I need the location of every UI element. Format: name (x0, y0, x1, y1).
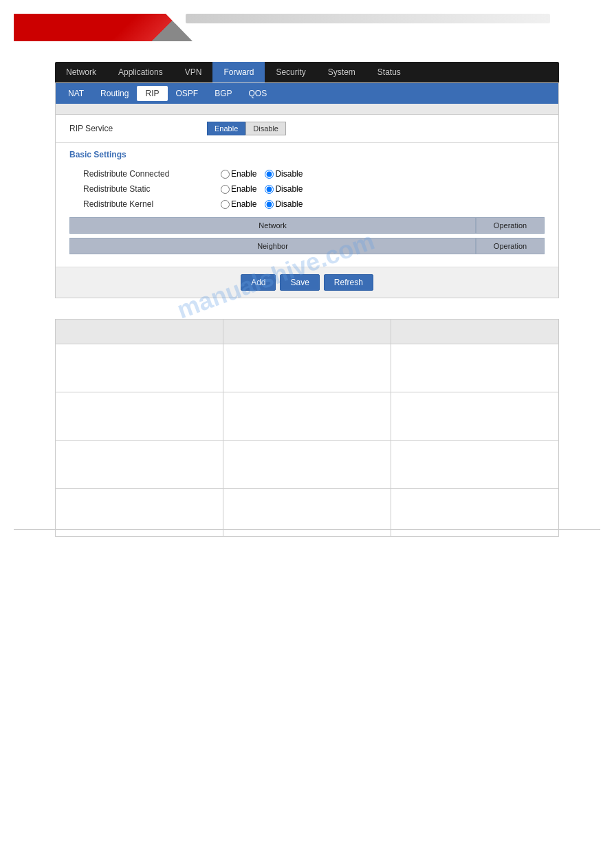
table-cell (223, 344, 391, 392)
network-operation-col-header: Operation (476, 217, 545, 234)
redistribute-kernel-disable-radio[interactable] (265, 200, 274, 209)
bottom-table-header-3 (391, 320, 559, 344)
tab-applications[interactable]: Applications (107, 62, 174, 82)
rip-disable-button[interactable]: Disable (245, 122, 286, 135)
table-cell (223, 392, 391, 441)
main-container: Network Applications VPN Forward Securit… (0, 55, 614, 544)
tab-rip[interactable]: RIP (137, 86, 167, 101)
bottom-table-header-1 (56, 320, 223, 344)
basic-settings-section: Basic Settings Redistribute Connected En… (56, 143, 558, 261)
redistribute-kernel-label: Redistribute Kernel (83, 199, 221, 209)
header-banner (0, 0, 614, 55)
redistribute-static-disable-label[interactable]: Disable (265, 184, 303, 194)
redistribute-kernel-enable-radio[interactable] (221, 200, 230, 209)
tab-nat[interactable]: NAT (60, 86, 92, 101)
primary-nav: Network Applications VPN Forward Securit… (55, 62, 559, 82)
table-cell (56, 344, 223, 392)
redistribute-kernel-enable-label[interactable]: Enable (221, 199, 256, 209)
secondary-nav: NAT Routing RIP OSPF BGP QOS (56, 83, 558, 104)
neighbor-table-header: Neighbor Operation (69, 238, 545, 254)
basic-settings-title: Basic Settings (69, 150, 545, 159)
refresh-button[interactable]: Refresh (324, 274, 373, 291)
redistribute-connected-label: Redistribute Connected (83, 169, 221, 179)
table-row (56, 392, 559, 441)
redistribute-connected-enable-label[interactable]: Enable (221, 169, 256, 179)
brand-logo (14, 14, 193, 41)
neighbor-operation-col-header: Operation (476, 238, 545, 254)
tab-status[interactable]: Status (366, 62, 412, 82)
rip-service-label: RIP Service (69, 124, 207, 133)
redistribute-connected-disable-radio[interactable] (265, 170, 274, 179)
redistribute-kernel-options: Enable Disable (221, 199, 308, 209)
tab-security[interactable]: Security (265, 62, 316, 82)
footer-divider (14, 529, 600, 530)
add-button[interactable]: Add (241, 274, 276, 291)
tab-bgp[interactable]: BGP (206, 86, 240, 101)
tab-routing[interactable]: Routing (92, 86, 137, 101)
bottom-action-buttons: Add Save Refresh (56, 267, 558, 298)
table-cell (391, 344, 559, 392)
redistribute-connected-options: Enable Disable (221, 169, 308, 179)
redistribute-kernel-disable-label[interactable]: Disable (265, 199, 303, 209)
save-button[interactable]: Save (280, 274, 319, 291)
table-row (56, 344, 559, 392)
rip-service-toggle: Enable Disable (207, 122, 286, 135)
table-cell (56, 392, 223, 441)
redistribute-connected-disable-label[interactable]: Disable (265, 169, 303, 179)
redistribute-static-disable-radio[interactable] (265, 185, 274, 194)
redistribute-static-row: Redistribute Static Enable Disable (69, 181, 545, 197)
table-cell (223, 441, 391, 489)
tab-vpn[interactable]: VPN (174, 62, 213, 82)
bottom-table (55, 319, 559, 537)
rip-enable-button[interactable]: Enable (207, 122, 245, 135)
redistribute-static-options: Enable Disable (221, 184, 308, 194)
bottom-table-header-2 (223, 320, 391, 344)
redistribute-connected-row: Redistribute Connected Enable Disable (69, 166, 545, 181)
redistribute-static-enable-radio[interactable] (221, 185, 230, 194)
header-bar (186, 14, 550, 23)
redistribute-connected-enable-radio[interactable] (221, 170, 230, 179)
content-panel: NAT Routing RIP OSPF BGP QOS RIP Service… (55, 82, 559, 298)
tab-system[interactable]: System (317, 62, 366, 82)
redistribute-static-enable-label[interactable]: Enable (221, 184, 256, 194)
table-cell (391, 441, 559, 489)
tab-ospf[interactable]: OSPF (168, 86, 207, 101)
redistribute-static-label: Redistribute Static (83, 184, 221, 194)
table-row (56, 441, 559, 489)
tab-qos[interactable]: QOS (241, 86, 276, 101)
table-cell (56, 441, 223, 489)
separator-bar (56, 104, 558, 115)
network-col-header: Network (69, 217, 476, 234)
neighbor-col-header: Neighbor (69, 238, 476, 254)
tab-network[interactable]: Network (55, 62, 107, 82)
redistribute-kernel-row: Redistribute Kernel Enable Disable (69, 197, 545, 212)
rip-service-row: RIP Service Enable Disable (56, 115, 558, 143)
tab-forward[interactable]: Forward (212, 62, 265, 82)
network-table-header: Network Operation (69, 217, 545, 234)
table-cell (391, 392, 559, 441)
